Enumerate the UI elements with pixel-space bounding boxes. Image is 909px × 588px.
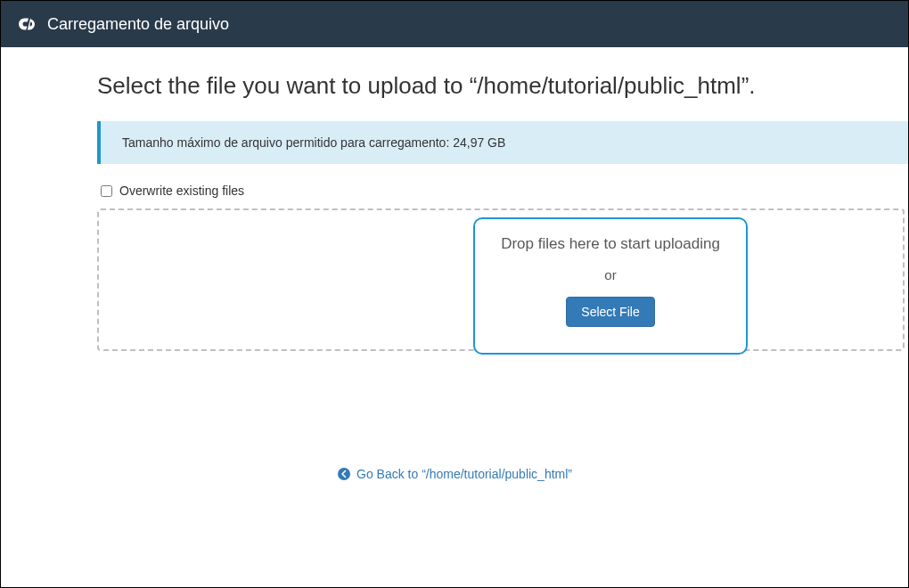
- overwrite-label: Overwrite existing files: [119, 184, 244, 198]
- drop-or-label: or: [604, 267, 616, 282]
- select-file-button[interactable]: Select File: [566, 297, 654, 327]
- dropzone[interactable]: Drop files here to start uploading or Se…: [97, 208, 905, 351]
- max-size-banner: Tamanho máximo de arquivo permitido para…: [97, 121, 908, 164]
- dropzone-highlight[interactable]: Drop files here to start uploading or Se…: [473, 217, 748, 355]
- header-title: Carregamento de arquivo: [47, 15, 229, 34]
- drop-instruction: Drop files here to start uploading: [501, 235, 720, 253]
- arrow-left-circle-icon: [337, 467, 351, 481]
- svg-point-0: [338, 468, 350, 480]
- cpanel-logo-icon: [15, 12, 38, 36]
- overwrite-checkbox[interactable]: [101, 185, 112, 197]
- main-content: Select the file you want to upload to “/…: [1, 47, 908, 351]
- page-title: Select the file you want to upload to “/…: [97, 72, 908, 100]
- go-back-link[interactable]: Go Back to “/home/tutorial/public_html”: [337, 467, 572, 481]
- overwrite-row[interactable]: Overwrite existing files: [101, 184, 908, 198]
- go-back-label: Go Back to “/home/tutorial/public_html”: [356, 467, 572, 481]
- go-back-row: Go Back to “/home/tutorial/public_html”: [0, 467, 909, 485]
- app-header: Carregamento de arquivo: [1, 1, 908, 47]
